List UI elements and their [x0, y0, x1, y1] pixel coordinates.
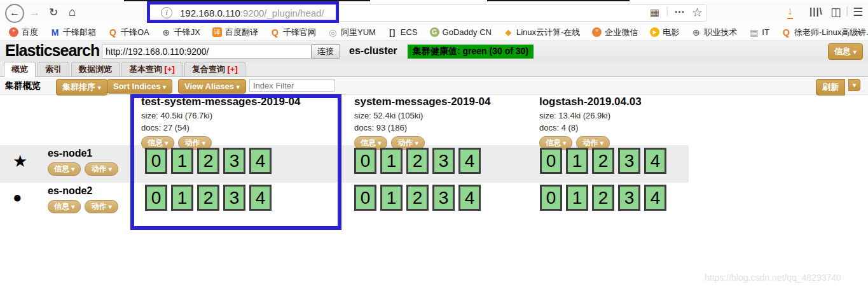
page-actions-icon[interactable]: … — [674, 3, 685, 16]
index-docs: docs: 27 (54) — [141, 123, 300, 132]
bookmark-star-icon[interactable]: ☆ — [692, 5, 703, 20]
shard-box[interactable]: 2 — [406, 148, 429, 174]
shard-box[interactable]: 2 — [197, 185, 219, 211]
shard-box[interactable]: 0 — [145, 148, 167, 174]
sort-indices-button[interactable]: Sort Indices ▾ — [107, 79, 172, 94]
cluster-sort-button[interactable]: 集群排序 ▾ — [56, 79, 107, 96]
index-docs: docs: 93 (186) — [354, 123, 491, 132]
bookmark-ecs[interactable]: []ECS — [388, 27, 418, 37]
node-actions-button[interactable]: 动作 ▾ — [85, 162, 118, 176]
bookmark-wecom[interactable]: “企业微信 — [592, 27, 638, 38]
shard-box[interactable]: 2 — [197, 148, 219, 174]
node-info-button[interactable]: 信息 ▾ — [48, 162, 81, 176]
button-label: 信息 — [54, 202, 69, 211]
index-size: size: 13.4ki (26.9ki) — [539, 111, 642, 120]
shard-box[interactable]: 2 — [592, 148, 614, 174]
shard-box[interactable]: 0 — [354, 185, 376, 211]
tab-compound-query[interactable]: 复合查询 [+] — [184, 62, 245, 76]
node-name: es-node2 — [48, 185, 92, 197]
shard-box[interactable]: 4 — [458, 148, 481, 174]
shard-box[interactable]: 2 — [406, 185, 429, 211]
shard-box[interactable]: 1 — [171, 185, 193, 211]
button-label: 动作 — [91, 202, 106, 211]
refresh-button[interactable]: 刷新 — [816, 79, 845, 96]
header-info-button[interactable]: 信息 ▾ — [828, 43, 863, 60]
shard-box[interactable]: 4 — [458, 185, 481, 211]
bookmark-vocational[interactable]: ⊕职业技术 — [691, 27, 737, 38]
shard-box[interactable]: 1 — [566, 185, 588, 211]
shard-box[interactable]: 3 — [432, 148, 455, 174]
shard-box[interactable]: 0 — [540, 148, 562, 174]
shard-box[interactable]: 3 — [618, 148, 640, 174]
shard-box[interactable]: 0 — [354, 148, 376, 174]
bookmark-baidu-translate[interactable]: 译百度翻译 — [212, 27, 258, 38]
bookmark-it-folder[interactable]: ▤IT — [749, 27, 769, 37]
bookmark-qianfeng-jx[interactable]: ⊕千锋JX — [162, 27, 200, 38]
shard-box[interactable]: 1 — [380, 185, 403, 211]
godaddy-icon: G — [430, 27, 439, 37]
site-info-icon[interactable]: i — [161, 7, 172, 18]
index-name: logstash-2019.04.03 — [539, 96, 642, 108]
bookmark-qianfeng-site[interactable]: Q千锋官网 — [270, 27, 316, 38]
shard-box[interactable]: 4 — [644, 148, 666, 174]
home-icon[interactable]: ⌂ — [69, 5, 76, 19]
hamburger-menu-icon[interactable]: ☰ — [853, 5, 863, 19]
tab-label: 基本查询 — [129, 64, 162, 74]
bookmark-label: 企业微信 — [605, 27, 638, 38]
shard-box[interactable]: 4 — [249, 185, 272, 211]
tab-basic-query[interactable]: 基本查询 [+] — [121, 62, 183, 76]
bookmark-linux-cloud[interactable]: ◆Linux云计算-在线 — [504, 27, 580, 38]
cluster-health-badge: 集群健康值: green (30 of 30) — [408, 45, 534, 59]
tab-indices[interactable]: 索引 — [38, 62, 69, 76]
index-filter-input[interactable] — [249, 79, 334, 92]
node-info-button[interactable]: 信息 ▾ — [48, 200, 81, 213]
bookmark-label: 千锋官网 — [283, 27, 316, 38]
shard-box[interactable]: 1 — [380, 148, 403, 174]
bookmark-qianfeng-oa[interactable]: Q千锋OA — [108, 27, 149, 38]
reload-icon[interactable]: ↻ — [49, 6, 58, 19]
chevron-down-icon: ▾ — [237, 83, 240, 90]
library-icon[interactable]: |||\ — [809, 6, 823, 17]
shard-box[interactable]: 3 — [223, 148, 245, 174]
view-aliases-button[interactable]: View Aliases ▾ — [178, 79, 246, 94]
chevron-down-icon: ▾ — [71, 203, 74, 210]
sidebar-icon[interactable]: ◫ — [830, 5, 841, 19]
tab-overview[interactable]: 概览 — [4, 62, 36, 77]
bookmark-qianfeng-mail[interactable]: M千锋邮箱 — [50, 27, 96, 38]
bookmarks-overflow-icon[interactable]: » — [857, 26, 862, 37]
node-actions-button[interactable]: 动作 ▾ — [85, 200, 118, 213]
shard-box[interactable]: 4 — [644, 185, 666, 211]
tab-browser[interactable]: 数据浏览 — [71, 62, 120, 76]
connect-button[interactable]: 连接 — [311, 44, 340, 59]
bookmark-movies[interactable]: ▶电影 — [650, 27, 679, 38]
tab-plus: [+] — [162, 64, 175, 74]
shard-box[interactable]: 3 — [432, 185, 455, 211]
divider: | — [846, 4, 848, 17]
shard-box[interactable]: 2 — [592, 185, 614, 211]
shard-box[interactable]: 0 — [540, 185, 562, 211]
shard-box[interactable]: 1 — [566, 148, 588, 174]
qr-code-icon[interactable]: ▦ — [650, 6, 659, 18]
bookmark-ali-yum[interactable]: ◎阿里YUM — [328, 27, 376, 38]
url-text[interactable]: 192.168.0.110:9200/_plugin/head/ — [180, 8, 324, 18]
shard-box[interactable]: 1 — [171, 148, 193, 174]
node-dot-icon: ● — [13, 188, 22, 206]
download-icon[interactable]: ↓ — [787, 5, 793, 19]
shard-box[interactable]: 3 — [618, 185, 640, 211]
bookmark-baidu[interactable]: *百度 — [9, 27, 38, 38]
bookmark-godaddy[interactable]: GGoDaddy CN — [430, 27, 492, 37]
forward-icon[interactable]: → — [29, 6, 40, 19]
url-host: 192.168.0.110 — [180, 8, 240, 18]
endpoint-input[interactable] — [102, 45, 312, 59]
shard-box[interactable]: 4 — [249, 148, 272, 174]
chevron-down-icon: ▾ — [563, 139, 566, 146]
mail-m-icon: M — [50, 27, 60, 37]
shard-box[interactable]: 0 — [145, 185, 167, 211]
bookmark-xu-teacher[interactable]: Q徐老师-Linux高级讲... — [782, 27, 868, 38]
button-label: Sort Indices — [113, 82, 160, 91]
shard-box[interactable]: 3 — [223, 185, 245, 211]
refresh-dropdown-icon[interactable]: ▾ — [848, 79, 860, 91]
back-icon[interactable]: ← — [5, 4, 24, 23]
bookmark-label: 百度 — [22, 27, 38, 38]
bookmark-label: GoDaddy CN — [443, 27, 492, 37]
